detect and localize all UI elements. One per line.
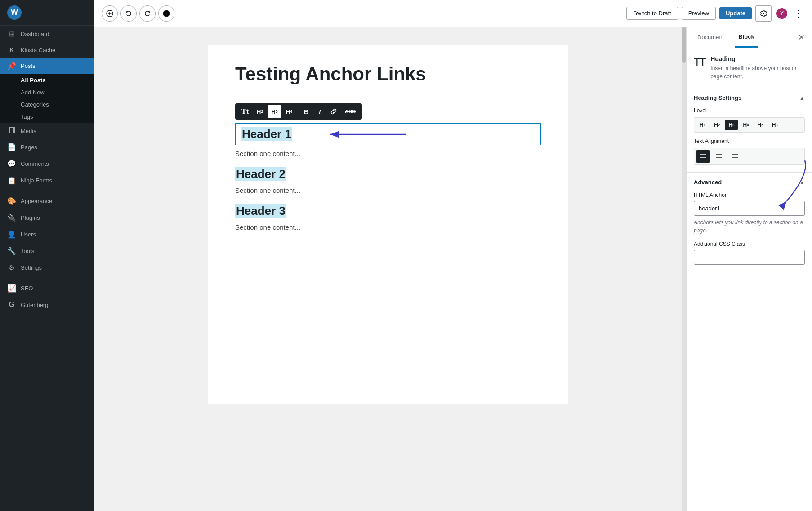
tools-icon: 🔧 bbox=[7, 247, 16, 255]
block-info: TT Heading Insert a headline above your … bbox=[687, 48, 812, 88]
heading-settings-chevron: ▲ bbox=[799, 95, 805, 101]
pages-icon: 📄 bbox=[7, 143, 16, 151]
sidebar-item-ninja-forms[interactable]: 📋 Ninja Forms bbox=[0, 172, 94, 189]
block-info-text: Heading Insert a headline above your pos… bbox=[710, 55, 805, 80]
format-h3-button[interactable]: H3 bbox=[268, 105, 281, 118]
posts-icon: 📌 bbox=[7, 62, 16, 70]
advanced-section: Advanced ▲ bbox=[687, 173, 812, 272]
sidebar-item-label: Settings bbox=[21, 264, 42, 271]
header2-block[interactable]: Header 2 bbox=[235, 166, 541, 182]
sidebar-item-tools[interactable]: 🔧 Tools bbox=[0, 243, 94, 259]
anchor-help: Anchors lets you link directly to a sect… bbox=[694, 218, 805, 235]
css-class-input[interactable] bbox=[694, 250, 805, 265]
scrollbar-thumb[interactable] bbox=[682, 27, 686, 63]
redo-button[interactable] bbox=[139, 5, 156, 22]
level-h6-button[interactable]: H6 bbox=[768, 120, 781, 130]
format-italic-button[interactable]: I bbox=[313, 105, 326, 118]
sidebar-item-label: SEO bbox=[21, 285, 33, 292]
switch-to-draft-button[interactable]: Switch to Draft bbox=[626, 7, 678, 20]
preview-button[interactable]: Preview bbox=[682, 7, 716, 20]
update-button[interactable]: Update bbox=[719, 7, 752, 19]
align-left-button[interactable] bbox=[696, 150, 710, 163]
css-class-label: Additional CSS Class bbox=[694, 241, 805, 247]
format-toolbar: Tt H2 H3 H4 B I ABC bbox=[235, 103, 362, 120]
format-h4-button[interactable]: H4 bbox=[282, 105, 296, 118]
appearance-icon: 🎨 bbox=[7, 197, 16, 205]
sidebar-item-kinsta-cache[interactable]: K Kinsta Cache bbox=[0, 42, 94, 58]
block-description: Insert a headline above your post or pag… bbox=[710, 64, 805, 80]
sidebar-item-label: Kinsta Cache bbox=[21, 47, 55, 53]
format-tt-button[interactable]: Tt bbox=[238, 105, 252, 118]
panel-tabs: Document Block ✕ bbox=[687, 27, 812, 48]
alignment-buttons bbox=[694, 148, 805, 165]
info-button[interactable] bbox=[158, 5, 174, 22]
format-link-button[interactable] bbox=[327, 105, 340, 118]
sidebar-item-posts[interactable]: 📌 Posts bbox=[0, 58, 94, 74]
svg-point-2 bbox=[166, 12, 167, 13]
sidebar-item-users[interactable]: 👤 Users bbox=[0, 226, 94, 243]
format-h2-button[interactable]: H2 bbox=[253, 105, 267, 118]
sidebar-item-settings[interactable]: ⚙ Settings bbox=[0, 259, 94, 276]
tab-document[interactable]: Document bbox=[694, 27, 727, 48]
advanced-body-inner: HTML Anchor Anchors lets you link direct… bbox=[694, 192, 805, 265]
add-block-button[interactable] bbox=[102, 5, 118, 22]
users-icon: 👤 bbox=[7, 230, 16, 239]
sidebar-subitem-tags[interactable]: Tags bbox=[0, 111, 94, 123]
section3-content: Section one content... bbox=[235, 223, 541, 231]
undo-button[interactable] bbox=[120, 5, 137, 22]
sidebar-item-seo[interactable]: 📈 SEO bbox=[0, 280, 94, 297]
sidebar-item-media[interactable]: 🎞 Media bbox=[0, 123, 94, 139]
more-options-button[interactable]: ⋮ bbox=[792, 6, 805, 21]
header1-text[interactable]: Header 1 bbox=[241, 127, 292, 141]
level-h5-button[interactable]: H5 bbox=[754, 120, 767, 130]
sidebar-item-pages[interactable]: 📄 Pages bbox=[0, 139, 94, 156]
sidebar-item-dashboard[interactable]: ⊞ Dashboard bbox=[0, 26, 94, 42]
dashboard-icon: ⊞ bbox=[7, 30, 16, 38]
format-bold-button[interactable]: B bbox=[300, 105, 312, 118]
toolbar-divider bbox=[298, 107, 298, 116]
sidebar-subitem-all-posts[interactable]: All Posts bbox=[0, 74, 94, 86]
yoast-icon: Y bbox=[776, 8, 787, 19]
level-h4-button[interactable]: H4 bbox=[739, 120, 752, 130]
media-icon: 🎞 bbox=[7, 127, 16, 135]
advanced-section-header[interactable]: Advanced ▲ bbox=[687, 173, 812, 192]
editor-area: Testing Anchor Links Tt H2 H3 H4 B I bbox=[94, 27, 682, 511]
anchor-input[interactable] bbox=[694, 201, 805, 216]
yoast-button[interactable]: Y bbox=[775, 7, 789, 20]
header3-text[interactable]: Header 3 bbox=[235, 204, 286, 218]
align-left-icon bbox=[700, 153, 707, 160]
level-h1-button[interactable]: H1 bbox=[696, 120, 709, 130]
alignment-label: Text Alignment bbox=[694, 138, 805, 144]
panel-close-button[interactable]: ✕ bbox=[798, 32, 805, 42]
toolbar-right: Switch to Draft Preview Update Y ⋮ bbox=[626, 5, 805, 22]
right-panel: Document Block ✕ TT Heading Insert a hea… bbox=[686, 27, 812, 511]
header1-block[interactable]: Header 1 bbox=[235, 123, 541, 145]
heading-block-icon: TT bbox=[694, 56, 705, 69]
sidebar-item-plugins[interactable]: 🔌 Plugins bbox=[0, 209, 94, 226]
heading-settings-header[interactable]: Heading Settings ▲ bbox=[687, 88, 812, 107]
header2-text[interactable]: Header 2 bbox=[235, 167, 286, 181]
tab-block[interactable]: Block bbox=[735, 27, 758, 48]
sidebar-subitem-add-new[interactable]: Add New bbox=[0, 86, 94, 98]
settings-gear-button[interactable] bbox=[755, 5, 772, 22]
scrollbar-track[interactable] bbox=[682, 27, 686, 511]
level-h3-button[interactable]: H3 bbox=[725, 120, 738, 130]
format-strikethrough-button[interactable]: ABC bbox=[341, 105, 359, 118]
gutenberg-icon: G bbox=[7, 301, 16, 309]
sidebar-item-label: Pages bbox=[21, 144, 37, 151]
anchor-label: HTML Anchor bbox=[694, 192, 805, 198]
header3-block[interactable]: Header 3 bbox=[235, 203, 541, 219]
sidebar-item-label: Appearance bbox=[21, 198, 52, 204]
post-title[interactable]: Testing Anchor Links bbox=[235, 63, 541, 85]
align-right-button[interactable] bbox=[727, 150, 742, 163]
sidebar-item-label: Comments bbox=[21, 160, 49, 167]
sidebar-item-comments[interactable]: 💬 Comments bbox=[0, 156, 94, 172]
align-center-button[interactable] bbox=[712, 150, 726, 163]
advanced-chevron: ▲ bbox=[799, 179, 805, 186]
wp-logo-icon: W bbox=[7, 5, 22, 20]
sidebar-item-appearance[interactable]: 🎨 Appearance bbox=[0, 193, 94, 209]
level-h2-button[interactable]: H2 bbox=[710, 120, 723, 130]
sidebar-subitem-categories[interactable]: Categories bbox=[0, 98, 94, 111]
sidebar-item-gutenberg[interactable]: G Gutenberg bbox=[0, 297, 94, 313]
link-icon bbox=[330, 108, 337, 115]
